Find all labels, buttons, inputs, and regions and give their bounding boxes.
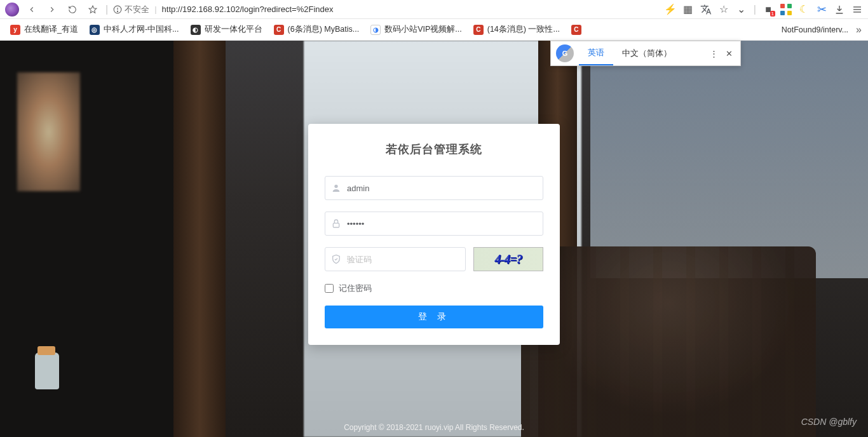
browser-toolbar: | 不安全 | http://192.168.92.102/login?redi… [0, 0, 868, 19]
reload-button[interactable] [65, 2, 80, 17]
password-input[interactable] [325, 212, 543, 236]
bookmark-item[interactable]: ◎中科人才网-中国科... [86, 22, 183, 37]
login-button[interactable]: 登 录 [325, 306, 543, 328]
favicon-icon: C [473, 25, 484, 35]
translate-popup: G 英语 中文（简体） ⋮ ✕ [550, 41, 741, 66]
forward-button[interactable] [44, 2, 60, 17]
bookmarks-overflow-icon[interactable]: » [856, 24, 862, 36]
bookmark-item[interactable]: NotFound9/interv... [778, 23, 852, 37]
bookmarks-bar: y在线翻译_有道 ◎中科人才网-中国科... ◐研发一体化平台 C(6条消息) … [0, 19, 868, 41]
page-content: 若依后台管理系统 4-4=? 记住密码 登 录 Copyright © 2018… [0, 41, 868, 437]
toolbar-right: ⚡ ▦ ☆ ⌄ | ■1 ☾ ✂ [665, 4, 863, 15]
extension-dot-icon[interactable]: ■1 [763, 4, 774, 15]
lock-icon [331, 218, 341, 229]
svg-point-6 [334, 185, 337, 188]
bookmark-item[interactable]: y在线翻译_有道 [6, 22, 82, 37]
flash-icon[interactable]: ⚡ [665, 4, 676, 15]
translate-tab-zh[interactable]: 中文（简体） [613, 41, 681, 65]
remember-input[interactable] [325, 284, 334, 293]
address-bar[interactable]: 不安全 | http://192.168.92.102/login?redire… [113, 4, 660, 15]
login-card: 若依后台管理系统 4-4=? 记住密码 登 录 [308, 124, 560, 345]
google-translate-icon: G [556, 44, 574, 62]
user-icon [331, 183, 341, 193]
favicon-icon: ◑ [370, 25, 381, 35]
favicon-icon: ◐ [191, 25, 201, 35]
insecure-badge[interactable]: 不安全 [113, 4, 149, 15]
insecure-label: 不安全 [125, 4, 149, 15]
download-icon[interactable] [834, 4, 845, 15]
favicon-icon: C [571, 25, 581, 35]
chevron-icon[interactable]: ⌄ [736, 4, 747, 15]
bookmark-item[interactable]: C(14条消息) 一致性... [470, 22, 564, 37]
bookmark-item[interactable]: C(6条消息) MyBatis... [270, 22, 363, 37]
star-outline-icon[interactable] [85, 2, 100, 17]
copyright-text: Copyright © 2018-2021 ruoyi.vip All Righ… [0, 423, 868, 432]
shield-icon [331, 254, 341, 264]
translate-tab-en[interactable]: 英语 [579, 41, 613, 65]
bookmark-item[interactable]: C [567, 22, 585, 37]
watermark-text: CSDN @gblfy [801, 417, 857, 427]
remember-checkbox[interactable]: 记住密码 [325, 283, 543, 294]
captcha-input[interactable] [325, 247, 466, 271]
back-button[interactable] [24, 2, 39, 17]
login-title: 若依后台管理系统 [325, 142, 543, 157]
favicon-icon: C [274, 25, 284, 35]
captcha-wrap [325, 247, 466, 271]
separator: | [105, 4, 108, 15]
scissors-icon[interactable]: ✂ [816, 4, 827, 15]
menu-icon[interactable] [851, 4, 863, 15]
username-input[interactable] [325, 176, 543, 200]
username-wrap [325, 176, 543, 200]
kebab-icon[interactable]: ⋮ [710, 49, 718, 58]
svg-rect-7 [333, 223, 339, 227]
star-bookmark-icon[interactable]: ☆ [718, 4, 729, 15]
url-text: http://192.168.92.102/login?redirect=%2F… [162, 4, 334, 14]
separator: | [754, 4, 756, 15]
moon-icon[interactable]: ☾ [798, 4, 810, 15]
favicon-icon: y [10, 25, 20, 35]
svg-point-2 [118, 11, 118, 11]
bookmark-item[interactable]: ◑数码小站VIP视频解... [367, 22, 466, 37]
separator: | [154, 4, 156, 14]
password-wrap [325, 212, 543, 236]
translate-icon[interactable] [700, 4, 712, 15]
favicon-icon: ◎ [90, 25, 100, 35]
close-icon[interactable]: ✕ [726, 49, 733, 58]
apps-icon[interactable] [780, 4, 792, 15]
qr-icon[interactable]: ▦ [682, 4, 694, 15]
remember-label: 记住密码 [339, 283, 372, 294]
captcha-row: 4-4=? [325, 247, 543, 271]
captcha-image[interactable]: 4-4=? [473, 247, 543, 271]
bookmark-item[interactable]: ◐研发一体化平台 [187, 22, 266, 37]
page-avatar-icon [5, 3, 19, 17]
